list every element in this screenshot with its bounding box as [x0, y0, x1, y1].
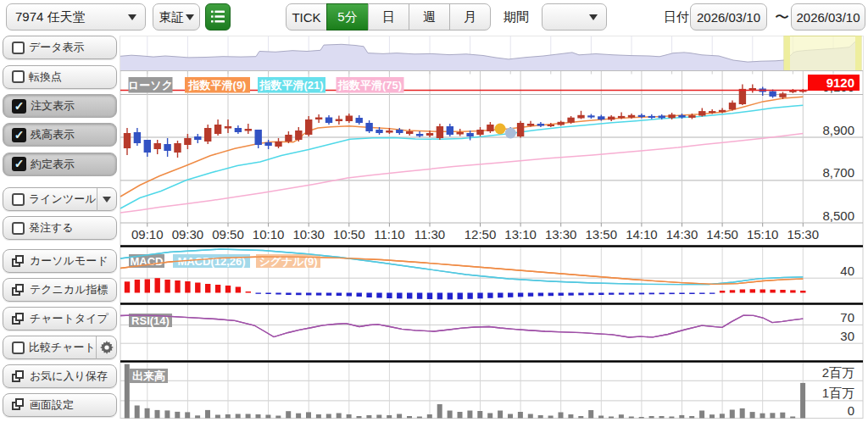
svg-text:8,500: 8,500 — [822, 208, 854, 223]
svg-text:09:50: 09:50 — [212, 227, 244, 242]
svg-text:9120: 9120 — [826, 75, 854, 90]
svg-text:40: 40 — [840, 264, 854, 278]
svg-text:09:30: 09:30 — [172, 227, 204, 242]
svg-text:11:30: 11:30 — [415, 227, 445, 242]
svg-text:8,900: 8,900 — [822, 123, 854, 137]
svg-text:10:10: 10:10 — [253, 227, 285, 242]
svg-text:09:10: 09:10 — [131, 227, 164, 242]
svg-text:8,700: 8,700 — [822, 165, 854, 180]
svg-text:指数平滑(9): 指数平滑(9) — [188, 79, 247, 92]
svg-text:10:30: 10:30 — [292, 227, 325, 242]
svg-text:0: 0 — [848, 403, 854, 418]
svg-text:指数平滑(75): 指数平滑(75) — [337, 79, 402, 92]
svg-text:70: 70 — [840, 310, 854, 325]
svg-text:13:10: 13:10 — [504, 227, 537, 242]
svg-text:13:30: 13:30 — [545, 227, 577, 242]
svg-text:2百万: 2百万 — [822, 365, 854, 380]
svg-text:10:50: 10:50 — [333, 227, 365, 242]
svg-text:指数平滑(21): 指数平滑(21) — [259, 79, 323, 92]
svg-text:13:50: 13:50 — [586, 227, 618, 242]
svg-text:12:50: 12:50 — [465, 227, 497, 242]
svg-text:出来高: 出来高 — [132, 369, 165, 382]
svg-text:14:10: 14:10 — [626, 227, 658, 242]
svg-text:ローソク: ローソク — [128, 79, 173, 92]
svg-text:15:30: 15:30 — [787, 227, 820, 242]
svg-text:MACD(12,26): MACD(12,26) — [177, 255, 245, 268]
svg-text:15:10: 15:10 — [747, 227, 779, 242]
svg-text:14:50: 14:50 — [706, 227, 738, 242]
svg-text:11:10: 11:10 — [374, 227, 404, 242]
svg-text:30: 30 — [840, 329, 854, 343]
svg-text:14:30: 14:30 — [666, 227, 698, 242]
svg-text:1百万: 1百万 — [822, 386, 854, 400]
